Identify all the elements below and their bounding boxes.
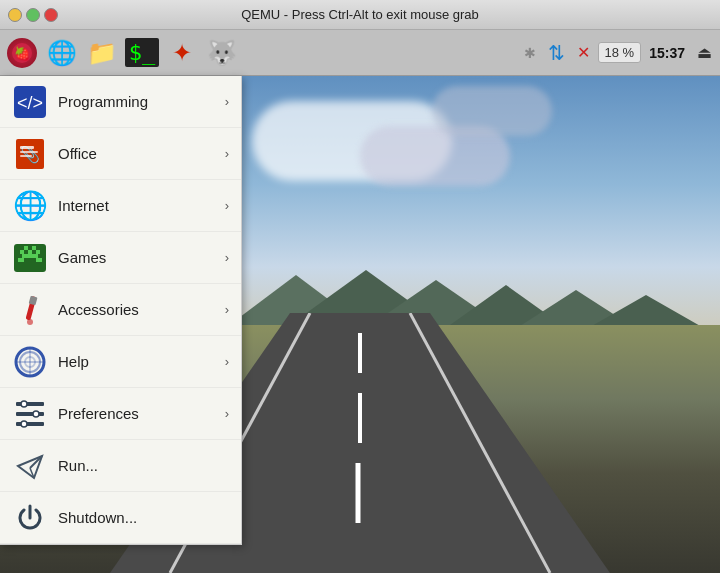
svg-rect-19 — [20, 151, 38, 153]
internet-icon: 🌐 — [12, 188, 48, 224]
taskbar-star-button[interactable]: ✦ — [164, 35, 200, 71]
wolf-icon: 🐺 — [207, 39, 237, 67]
window-controls[interactable] — [8, 8, 58, 22]
run-icon — [12, 448, 48, 484]
svg-rect-27 — [22, 254, 38, 258]
office-label: Office — [58, 145, 225, 162]
preferences-arrow: › — [225, 406, 229, 421]
accessories-arrow: › — [225, 302, 229, 317]
help-label: Help — [58, 353, 225, 370]
help-icon — [12, 344, 48, 380]
internet-label: Internet — [58, 197, 225, 214]
help-arrow: › — [225, 354, 229, 369]
svg-rect-18 — [20, 146, 34, 149]
rpi-icon: 🍓 — [7, 38, 37, 68]
svg-point-42 — [33, 411, 39, 417]
preferences-icon — [12, 396, 48, 432]
programming-arrow: › — [225, 94, 229, 109]
clock: 15:37 — [645, 45, 689, 61]
raspberry-icon: 🍓 — [11, 42, 33, 64]
browser-icon: 🌐 — [47, 39, 77, 67]
programming-label: Programming — [58, 93, 225, 110]
internet-arrow: › — [225, 198, 229, 213]
svg-rect-26 — [36, 250, 40, 254]
menu-item-games[interactable]: Games › — [0, 232, 241, 284]
svg-rect-24 — [28, 250, 32, 254]
battery-indicator: 18 % — [598, 42, 642, 63]
svg-rect-20 — [20, 155, 32, 157]
office-icon: 📎 — [12, 136, 48, 172]
taskbar-filemanager-button[interactable]: 📁 — [84, 35, 120, 71]
programming-icon: </> — [12, 84, 48, 120]
menu-item-office[interactable]: 📎 Office › — [0, 128, 241, 180]
folder-icon: 📁 — [87, 39, 117, 67]
close-button[interactable] — [44, 8, 58, 22]
svg-point-41 — [21, 401, 27, 407]
minimize-button[interactable] — [8, 8, 22, 22]
star-icon: ✦ — [172, 39, 192, 67]
svg-rect-25 — [32, 246, 36, 250]
cloud-3 — [432, 86, 552, 136]
svg-text:🍓: 🍓 — [14, 45, 31, 62]
accessories-label: Accessories — [58, 301, 225, 318]
bluetooth-icon: ✱ — [520, 41, 540, 65]
taskbar-browser-button[interactable]: 🌐 — [44, 35, 80, 71]
svg-text:</>: </> — [17, 93, 43, 113]
svg-rect-40 — [16, 422, 44, 426]
taskbar: 🍓 🌐 📁 $_ ✦ 🐺 ✱ ⇅ ✕ 18 % 15:37 ⏏ — [0, 30, 720, 76]
preferences-label: Preferences — [58, 405, 225, 422]
games-icon — [12, 240, 48, 276]
shutdown-label: Shutdown... — [58, 509, 229, 526]
terminal-icon: $_ — [125, 38, 160, 67]
eject-icon[interactable]: ⏏ — [693, 39, 716, 66]
accessories-icon — [12, 292, 48, 328]
maximize-button[interactable] — [26, 8, 40, 22]
menu-item-accessories[interactable]: Accessories › — [0, 284, 241, 336]
svg-point-43 — [21, 421, 27, 427]
svg-point-32 — [27, 319, 33, 325]
menu-item-preferences[interactable]: Preferences › — [0, 388, 241, 440]
battery-percent: 18 % — [605, 45, 635, 60]
app-menu: </> Programming › 📎 Office › 🌐 Internet … — [0, 76, 242, 545]
menu-item-shutdown[interactable]: Shutdown... — [0, 492, 241, 544]
games-arrow: › — [225, 250, 229, 265]
taskbar-wolf-button[interactable]: 🐺 — [204, 35, 240, 71]
menu-item-programming[interactable]: </> Programming › — [0, 76, 241, 128]
taskbar-terminal-button[interactable]: $_ — [124, 35, 160, 71]
network-close-icon[interactable]: ✕ — [573, 39, 594, 66]
title-bar: QEMU - Press Ctrl-Alt to exit mouse grab — [0, 0, 720, 30]
svg-rect-28 — [18, 258, 24, 262]
network-icon[interactable]: ⇅ — [544, 37, 569, 69]
window-title: QEMU - Press Ctrl-Alt to exit mouse grab — [58, 7, 662, 22]
games-label: Games — [58, 249, 225, 266]
svg-rect-38 — [16, 402, 44, 406]
svg-rect-22 — [20, 250, 24, 254]
menu-item-help[interactable]: Help › — [0, 336, 241, 388]
run-label: Run... — [58, 457, 229, 474]
taskbar-right: ✱ ⇅ ✕ 18 % 15:37 ⏏ — [520, 37, 716, 69]
menu-item-internet[interactable]: 🌐 Internet › — [0, 180, 241, 232]
svg-rect-39 — [16, 412, 44, 416]
svg-rect-23 — [24, 246, 28, 250]
shutdown-icon — [12, 500, 48, 536]
office-arrow: › — [225, 146, 229, 161]
menu-item-run[interactable]: Run... — [0, 440, 241, 492]
taskbar-rpi-button[interactable]: 🍓 — [4, 35, 40, 71]
svg-rect-29 — [36, 258, 42, 262]
